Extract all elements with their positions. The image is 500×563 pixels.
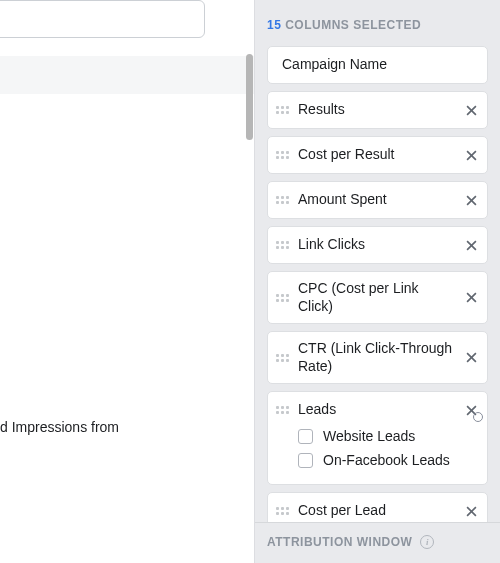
checkbox[interactable] — [298, 429, 313, 444]
selected-row-highlight — [0, 56, 254, 94]
drag-handle-icon[interactable] — [276, 106, 290, 114]
sub-options: Website Leads On-Facebook Leads — [274, 420, 481, 476]
column-item: Campaign Name — [267, 46, 488, 84]
column-item[interactable]: Amount Spent — [267, 181, 488, 219]
sub-option[interactable]: Website Leads — [298, 428, 475, 444]
drag-handle-icon[interactable] — [276, 354, 290, 362]
drag-handle-icon[interactable] — [276, 507, 290, 515]
column-item[interactable]: Results — [267, 91, 488, 129]
column-item[interactable]: Cost per Result — [267, 136, 488, 174]
footer-label: ATTRIBUTION WINDOW — [267, 535, 412, 549]
column-item[interactable]: Leads Website Leads On-Facebook Leads — [267, 391, 488, 485]
column-label: Leads — [298, 401, 461, 419]
column-label: Campaign Name — [282, 56, 481, 74]
selected-label: COLUMNS SELECTED — [285, 18, 421, 32]
sub-option-label: Website Leads — [323, 428, 415, 444]
column-label: Results — [298, 101, 461, 119]
column-label: Amount Spent — [298, 191, 461, 209]
column-item[interactable]: Cost per Lead — [267, 492, 488, 522]
close-icon[interactable] — [461, 145, 481, 165]
close-icon[interactable] — [461, 288, 481, 308]
attribution-window-header: ATTRIBUTION WINDOW i — [255, 522, 500, 563]
drag-handle-icon[interactable] — [276, 241, 290, 249]
checkbox[interactable] — [298, 453, 313, 468]
close-icon[interactable] — [461, 100, 481, 120]
drag-handle-icon[interactable] — [276, 406, 290, 414]
close-icon[interactable] — [461, 190, 481, 210]
option-partial-text: d Impressions from — [0, 419, 119, 435]
search-input[interactable] — [0, 0, 205, 38]
close-icon[interactable] — [461, 348, 481, 368]
close-icon[interactable] — [461, 501, 481, 521]
column-label: CPC (Cost per Link Click) — [298, 280, 461, 315]
selected-columns-panel: 15 COLUMNS SELECTED Campaign Name Result… — [254, 0, 500, 563]
columns-list: Campaign Name Results Cost per Result Am… — [255, 46, 500, 522]
drag-handle-icon[interactable] — [276, 151, 290, 159]
column-label: Cost per Result — [298, 146, 461, 164]
scrollbar[interactable] — [246, 54, 253, 514]
scrollbar-thumb[interactable] — [246, 54, 253, 140]
drag-handle-icon[interactable] — [276, 196, 290, 204]
column-item[interactable]: CPC (Cost per Link Click) — [267, 271, 488, 324]
close-icon[interactable] — [461, 235, 481, 255]
close-icon[interactable] — [461, 400, 481, 420]
column-item[interactable]: Link Clicks — [267, 226, 488, 264]
column-label: CTR (Link Click-Through Rate) — [298, 340, 461, 375]
column-label: Link Clicks — [298, 236, 461, 254]
sub-option-label: On-Facebook Leads — [323, 452, 450, 468]
column-item[interactable]: CTR (Link Click-Through Rate) — [267, 331, 488, 384]
selected-count: 15 — [267, 18, 281, 32]
sub-option[interactable]: On-Facebook Leads — [298, 452, 475, 468]
column-label: Cost per Lead — [298, 502, 461, 520]
left-pane: d Impressions from — [0, 0, 254, 563]
drag-handle-icon[interactable] — [276, 294, 290, 302]
selected-columns-header: 15 COLUMNS SELECTED — [255, 18, 500, 32]
info-icon[interactable]: i — [420, 535, 434, 549]
